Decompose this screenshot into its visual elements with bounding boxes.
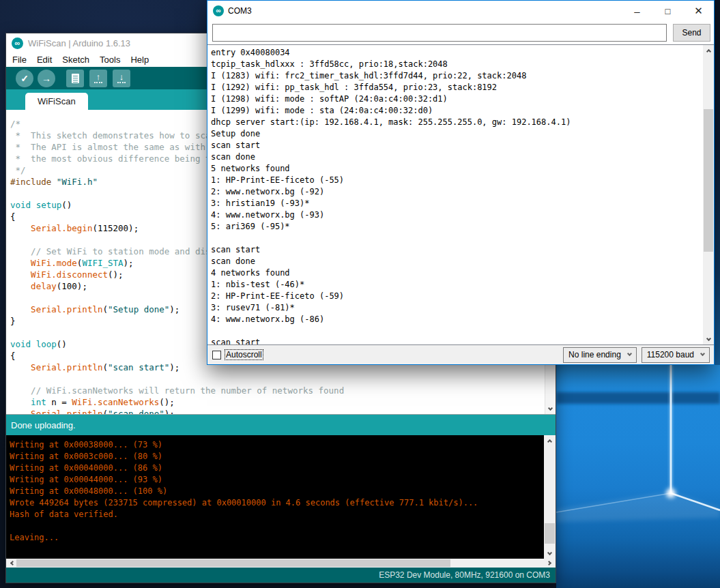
menu-file[interactable]: File [12, 55, 27, 65]
code-line [10, 373, 542, 385]
code-segment [10, 304, 31, 314]
close-icon: ✕ [694, 5, 703, 17]
code-segment: loop [36, 339, 57, 349]
code-line: // WiFi.scanNetworks will return the num… [10, 385, 542, 396]
tab-wifiscan[interactable]: WiFiScan [25, 93, 88, 110]
autoscroll-label[interactable]: Autoscroll [225, 350, 263, 359]
serial-line: I (1292) wifi: pp_task_hdl : 3ffda554, p… [211, 82, 699, 93]
ide-statusbar: ESP32 Dev Module, 80MHz, 921600 on COM3 [6, 568, 556, 583]
serial-line [211, 325, 699, 337]
serial-line: scan start [211, 244, 699, 256]
scrollbar-thumb[interactable] [545, 523, 555, 544]
serial-line: 3: hristian19 (-93)* [211, 198, 699, 209]
code-segment [10, 269, 31, 280]
console-vertical-scrollbar[interactable] [544, 435, 556, 559]
scroll-right-icon[interactable] [547, 561, 551, 565]
code-segment [10, 223, 31, 233]
code-segment: () [57, 339, 67, 349]
code-segment: (); [159, 397, 175, 407]
baud-rate-dropdown[interactable]: 115200 baud [642, 347, 710, 363]
serial-output: entry 0x40080034tcpip_task_hdlxxx : 3ffd… [207, 45, 714, 345]
send-button[interactable]: Send [673, 24, 710, 42]
menu-help[interactable]: Help [130, 55, 149, 65]
console-line: Writing at 0x00038000... (73 %) [10, 439, 539, 451]
console-horizontal-scrollbar[interactable] [6, 559, 556, 568]
code-segment [10, 258, 31, 268]
code-segment [10, 385, 31, 396]
console-line: Writing at 0x00040000... (86 %) [10, 462, 539, 474]
serial-vertical-scrollbar[interactable] [703, 45, 714, 344]
serial-monitor-bottombar: Autoscroll No line ending 115200 baud [207, 345, 714, 364]
ide-window-title: WiFiScan | Arduino 1.6.13 [28, 38, 130, 48]
maximize-button[interactable]: □ [652, 1, 683, 21]
serial-line: 5: ari369 (-95)* [211, 221, 699, 233]
serial-monitor-titlebar[interactable]: ∞ COM3 – □ ✕ [207, 1, 714, 21]
code-line: int n = WiFi.scanNetworks(); [10, 396, 542, 408]
code-segment: (); [108, 269, 124, 280]
arduino-logo-icon: ∞ [213, 5, 224, 16]
scroll-down-icon[interactable] [548, 406, 553, 411]
code-segment: */ [10, 165, 26, 175]
open-button[interactable]: ↑ [89, 70, 107, 87]
code-segment: WiFi.scanNetworks [72, 397, 159, 407]
line-ending-dropdown[interactable]: No line ending [563, 347, 637, 363]
code-segment: // WiFi.scanNetworks will return the num… [31, 385, 344, 396]
serial-line: tcpip_task_hdlxxx : 3ffd58cc, prio:18,st… [211, 59, 699, 70]
console-line: Wrote 449264 bytes (233715 compressed) a… [10, 497, 539, 509]
menu-edit[interactable]: Edit [37, 55, 52, 65]
ide-status-strip: Done uploading. [6, 415, 556, 435]
code-segment [31, 339, 36, 349]
tab-label: WiFiScan [38, 96, 76, 106]
scrollbar-thumb[interactable] [16, 559, 450, 567]
new-sketch-button[interactable] [66, 70, 84, 87]
code-segment [10, 397, 31, 407]
upload-button[interactable]: → [38, 70, 55, 87]
upload-console[interactable]: Writing at 0x00038000... (73 %)Writing a… [6, 435, 556, 559]
console-line: Writing at 0x00044000... (93 %) [10, 474, 539, 486]
menu-sketch[interactable]: Sketch [62, 55, 89, 65]
code-segment: "WiFi.h" [57, 177, 98, 187]
serial-line: 3: rusev71 (-81)* [211, 302, 699, 314]
code-segment: void [10, 339, 31, 349]
autoscroll-checkbox[interactable] [212, 351, 221, 359]
code-segment: () [61, 200, 72, 210]
serial-input-field[interactable] [212, 24, 667, 42]
serial-line: scan start [211, 337, 699, 345]
chevron-down-icon [700, 351, 705, 356]
desktop-edge-strip [715, 0, 720, 365]
serial-line: scan start [211, 140, 699, 151]
wallpaper-beams [556, 365, 720, 588]
status-strip-text: Done uploading. [11, 420, 76, 430]
serial-output-area[interactable]: entry 0x40080034tcpip_task_hdlxxx : 3ffd… [207, 44, 714, 345]
code-segment [10, 409, 31, 415]
open-icon: ↑ [96, 73, 101, 81]
minimize-icon: – [634, 5, 639, 17]
serial-line [211, 233, 699, 244]
serial-line: 2: www.networx.bg (-92) [211, 186, 699, 198]
scroll-up-icon[interactable] [706, 49, 710, 54]
save-icon: ↓ [119, 73, 124, 81]
scroll-down-icon[interactable] [547, 550, 552, 555]
save-button[interactable]: ↓ [113, 70, 130, 87]
menu-tools[interactable]: Tools [100, 55, 120, 65]
serial-line: 4: www.networx.bg (-93) [211, 209, 699, 221]
line-ending-value: No line ending [568, 350, 621, 359]
verify-button[interactable]: ✓ [16, 70, 33, 87]
code-segment: Serial.begin [31, 223, 92, 233]
serial-monitor-window: ∞ COM3 – □ ✕ Send entry 0x40080034tcpip_… [207, 0, 715, 365]
scroll-down-icon[interactable] [706, 336, 710, 341]
serial-input-row: Send [207, 21, 714, 44]
close-button[interactable]: ✕ [683, 1, 714, 21]
console-output: Writing at 0x00038000... (73 %)Writing a… [6, 435, 556, 544]
upload-icon: → [42, 73, 51, 84]
scrollbar-thumb[interactable] [704, 109, 713, 252]
minimize-button[interactable]: – [622, 1, 652, 21]
code-segment [10, 362, 31, 372]
code-segment: setup [36, 200, 62, 210]
serial-line: I (1298) wifi: mode : softAP (24:0a:c4:0… [211, 93, 699, 105]
scroll-up-icon[interactable] [547, 439, 552, 444]
code-segment: #include [10, 177, 51, 187]
serial-line: 4 networks found [211, 267, 699, 279]
scroll-left-icon[interactable] [10, 561, 15, 565]
code-segment: ( [102, 362, 108, 372]
